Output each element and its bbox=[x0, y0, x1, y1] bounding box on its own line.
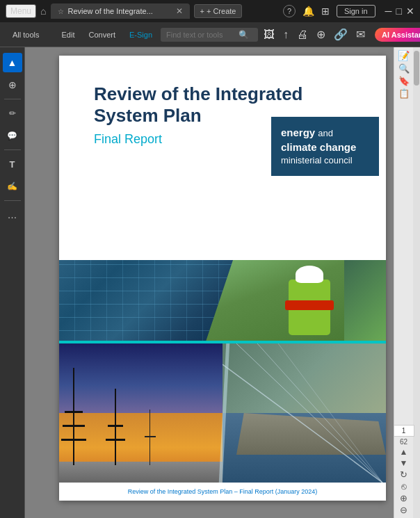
right-panel: 📝 🔍 🔖 📋 1 62 ▲ ▼ ↻ ⎋ ⊕ ⊖ bbox=[394, 47, 413, 518]
sign-in-button[interactable]: Sign in bbox=[337, 5, 375, 17]
bottom-images bbox=[59, 343, 386, 483]
svg-line-3 bbox=[278, 343, 382, 483]
notification-icon[interactable]: 🔔 bbox=[302, 6, 314, 17]
search-box[interactable]: 🔍 bbox=[161, 28, 258, 42]
esign-button[interactable]: E-Sign bbox=[124, 28, 158, 42]
tower-pole-2 bbox=[115, 389, 116, 465]
upload-icon[interactable]: ↑ bbox=[280, 26, 291, 44]
help-icon[interactable]: ? bbox=[283, 5, 296, 17]
images-section bbox=[59, 260, 386, 483]
badge-climate: climate change bbox=[281, 141, 356, 153]
search-input[interactable] bbox=[166, 31, 236, 39]
minimize-icon[interactable]: ─ bbox=[385, 6, 392, 17]
tower-crossbar-1a bbox=[65, 411, 83, 413]
panel-search-icon[interactable]: 🔍 bbox=[398, 63, 410, 74]
tower-pole-1 bbox=[73, 368, 74, 465]
pdf-footer: Review of the Integrated System Plan – F… bbox=[59, 483, 386, 501]
svg-line-2 bbox=[257, 343, 382, 483]
dam-image bbox=[223, 343, 386, 483]
tool-separator-2 bbox=[4, 149, 21, 150]
left-sidebar: ▲ ⊕ ✏ 💬 T ✍ … bbox=[0, 47, 25, 518]
main-layout: ▲ ⊕ ✏ 💬 T ✍ … Review of the Integrated S… bbox=[0, 47, 420, 518]
maximize-icon[interactable]: □ bbox=[396, 6, 402, 17]
current-page-box[interactable]: 1 bbox=[394, 425, 414, 437]
tab-title: Review of the Integrate... bbox=[68, 7, 153, 15]
toolbar: All tools Edit Convert E-Sign 🔍 🖼 ↑ 🖨 ⊕ … bbox=[0, 22, 420, 47]
print-icon[interactable]: 🖨 bbox=[294, 26, 311, 44]
image-icon[interactable]: 🖼 bbox=[261, 26, 277, 44]
scrollbar-thumb[interactable] bbox=[414, 51, 419, 86]
menu-button[interactable]: Menu bbox=[6, 4, 36, 18]
search-icon: 🔍 bbox=[239, 30, 249, 40]
top-image bbox=[59, 260, 386, 343]
tower-pole-3 bbox=[150, 410, 150, 465]
pdf-page: Review of the Integrated System Plan Fin… bbox=[59, 56, 386, 501]
nav-down-arrow[interactable]: ▼ bbox=[400, 458, 408, 468]
towers-image bbox=[59, 343, 223, 483]
panel-copy-icon[interactable]: 📋 bbox=[398, 88, 410, 99]
panel-bookmark-icon[interactable]: 🔖 bbox=[398, 76, 410, 86]
home-icon[interactable]: ⌂ bbox=[40, 6, 46, 17]
badge-box: energy and climate change ministerial co… bbox=[271, 117, 379, 176]
tower-crossbar-2b bbox=[106, 439, 125, 441]
svg-line-1 bbox=[236, 343, 382, 483]
badge-ministerial: ministerial council bbox=[281, 155, 353, 165]
convert-button[interactable]: Convert bbox=[83, 28, 122, 42]
cables-svg bbox=[223, 343, 386, 483]
tab-close-icon[interactable]: ✕ bbox=[176, 6, 183, 16]
link-icon[interactable]: 🔗 bbox=[331, 25, 350, 44]
email-icon[interactable]: ✉ bbox=[353, 25, 368, 44]
tower-crossbar-2a bbox=[108, 425, 123, 427]
apps-grid-icon[interactable]: ⊞ bbox=[321, 6, 330, 17]
tool-separator-1 bbox=[4, 99, 21, 99]
title-bar: Menu ⌂ ☆ Review of the Integrate... ✕ + … bbox=[0, 0, 420, 22]
panel-edit-icon[interactable]: 📝 bbox=[398, 50, 410, 61]
close-icon[interactable]: ✕ bbox=[406, 6, 414, 17]
new-create-button[interactable]: + + Create bbox=[194, 4, 243, 18]
tab-star-icon: ☆ bbox=[58, 8, 64, 15]
badge-bold: energy bbox=[281, 127, 318, 138]
page-navigation: 1 62 ▲ ▼ ↻ ⎋ ⊕ ⊖ bbox=[394, 425, 414, 515]
zoom-out-icon[interactable]: ⊖ bbox=[400, 505, 407, 515]
zoom-tool-button[interactable]: ⊕ bbox=[3, 75, 22, 95]
vertical-scrollbar[interactable] bbox=[413, 47, 420, 518]
worker-figure bbox=[282, 266, 337, 341]
content-area: Review of the Integrated System Plan Fin… bbox=[25, 47, 420, 518]
tool-separator-3 bbox=[4, 200, 21, 201]
edit-tool-button[interactable]: ✏ bbox=[3, 104, 22, 123]
all-tools-button[interactable]: All tools bbox=[7, 28, 45, 42]
road bbox=[59, 462, 223, 483]
plus-icon: + bbox=[200, 7, 204, 15]
nav-up-arrow[interactable]: ▲ bbox=[400, 447, 408, 457]
signature-tool-button[interactable]: ✍ bbox=[3, 177, 22, 196]
tower-crossbar-1c bbox=[61, 439, 86, 441]
refresh-icon[interactable]: ↻ bbox=[400, 469, 407, 480]
tower-crossbar-1b bbox=[63, 425, 85, 427]
badge-and: and bbox=[318, 128, 333, 138]
svg-line-0 bbox=[223, 364, 382, 483]
total-pages: 62 bbox=[400, 438, 407, 446]
ai-assistant-button[interactable]: AI Assistant bbox=[375, 28, 420, 42]
create-label: + Create bbox=[207, 7, 236, 15]
tower-crossbar-3a bbox=[145, 436, 156, 437]
browser-tab[interactable]: ☆ Review of the Integrate... ✕ bbox=[51, 3, 190, 19]
edit-button[interactable]: Edit bbox=[56, 28, 81, 42]
more-tools-button[interactable]: … bbox=[3, 205, 22, 225]
select-tool-button[interactable]: ▲ bbox=[3, 53, 22, 72]
scan-icon[interactable]: ⊕ bbox=[314, 25, 328, 44]
comment-tool-button[interactable]: 💬 bbox=[3, 126, 22, 145]
title-bar-right: ? 🔔 ⊞ Sign in bbox=[283, 5, 375, 17]
export-icon[interactable]: ⎋ bbox=[401, 481, 407, 492]
zoom-in-icon[interactable]: ⊕ bbox=[400, 493, 407, 503]
text-tool-button[interactable]: T bbox=[3, 154, 22, 174]
footer-text: Review of the Integrated System Plan – F… bbox=[128, 488, 318, 495]
window-controls: ─ □ ✕ bbox=[385, 6, 414, 17]
